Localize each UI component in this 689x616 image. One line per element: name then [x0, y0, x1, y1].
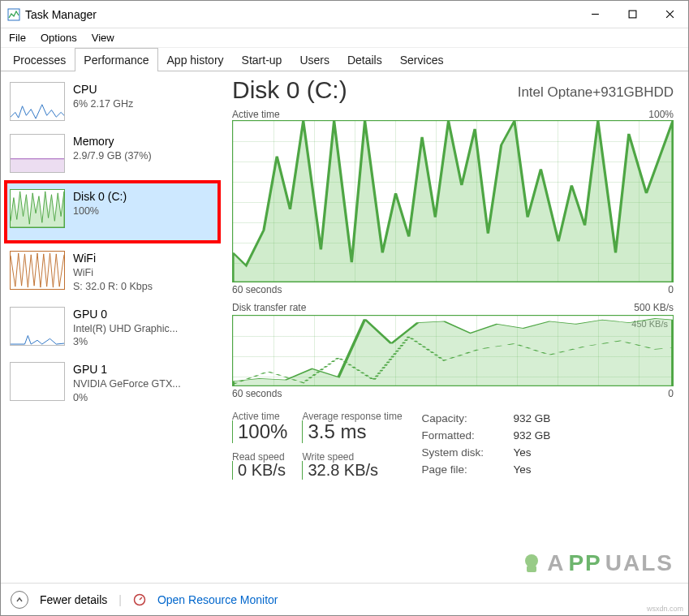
main-pane: Disk 0 (C:) Intel Optane+931GBHDD Active…: [224, 71, 688, 583]
menu-options[interactable]: Options: [41, 32, 77, 44]
tab-startup[interactable]: Start-up: [233, 48, 291, 71]
fewer-details-button[interactable]: Fewer details: [40, 593, 107, 606]
menu-file[interactable]: File: [9, 32, 26, 44]
tabbar: Processes Performance App history Start-…: [1, 48, 688, 71]
stat-value: 0 KB/s: [238, 461, 286, 479]
disk-info-table: Capacity:932 GB Formatted:932 GB System …: [422, 411, 551, 480]
chevron-up-icon[interactable]: [11, 591, 28, 609]
memory-thumb: [10, 134, 65, 173]
sidebar-item-sub: 6% 2.17 GHz: [73, 97, 133, 111]
sidebar-item-label: CPU: [73, 82, 133, 97]
watermark-logo: APPUALS: [519, 550, 674, 576]
svg-marker-7: [233, 121, 673, 282]
tab-details[interactable]: Details: [338, 48, 391, 71]
resmon-icon: [133, 593, 146, 606]
kv-key: Page file:: [422, 462, 499, 479]
menubar: File Options View: [1, 28, 688, 48]
sidebar-item-memory[interactable]: Memory 2.9/7.9 GB (37%): [6, 130, 219, 177]
footer: Fewer details | Open Resource Monitor: [1, 583, 688, 615]
chart1-footer-right: 0: [668, 284, 674, 295]
stat-value: 3.5 ms: [308, 420, 366, 442]
close-button[interactable]: [651, 1, 688, 28]
maximize-button[interactable]: [614, 1, 651, 28]
sidebar-item-sub: Intel(R) UHD Graphic...: [73, 322, 178, 336]
page-title: Disk 0 (C:): [232, 76, 347, 104]
kv-val: 932 GB: [514, 411, 551, 428]
stat-value: 32.8 KB/s: [308, 461, 378, 479]
svg-rect-12: [527, 566, 536, 572]
disk-thumb: [10, 189, 65, 228]
chart1-label-right: 100%: [648, 109, 674, 120]
sidebar-item-sub: WiFi: [73, 266, 153, 280]
sidebar-item-sub: 100%: [73, 205, 127, 218]
svg-rect-2: [629, 11, 636, 18]
sidebar-item-cpu[interactable]: CPU 6% 2.17 GHz: [6, 78, 219, 125]
window-title: Task Manager: [25, 8, 97, 21]
content-area: CPU 6% 2.17 GHz Memory 2.9/7.9 GB (37%): [1, 71, 688, 583]
tab-users[interactable]: Users: [291, 48, 338, 71]
kv-key: Capacity:: [422, 411, 499, 428]
kv-key: Formatted:: [422, 428, 499, 445]
sidebar-item-sub: 2.9/7.9 GB (37%): [73, 149, 152, 163]
sidebar-item-label: GPU 1: [73, 362, 181, 377]
sidebar-item-disk0[interactable]: Disk 0 (C:) 100%: [6, 182, 219, 242]
svg-line-10: [140, 597, 142, 600]
chart1-label-left: Active time: [232, 109, 280, 120]
open-resmon-link[interactable]: Open Resource Monitor: [157, 593, 278, 606]
chart2-footer-left: 60 seconds: [232, 388, 282, 399]
titlebar: Task Manager: [1, 1, 688, 28]
kv-val: Yes: [514, 445, 532, 462]
chart2-label-left: Disk transfer rate: [232, 302, 306, 313]
kv-key: System disk:: [422, 445, 499, 462]
chart1-footer-left: 60 seconds: [232, 284, 282, 295]
cpu-thumb: [10, 82, 65, 121]
svg-marker-8: [233, 318, 673, 386]
task-manager-window: Task Manager File Options View Processes…: [0, 0, 689, 616]
kv-val: 932 GB: [514, 428, 551, 445]
taskmgr-icon: [7, 8, 20, 21]
sidebar-item-label: Memory: [73, 134, 152, 149]
tab-processes[interactable]: Processes: [4, 48, 75, 71]
tab-app-history[interactable]: App history: [158, 48, 233, 71]
kv-val: Yes: [514, 462, 532, 479]
perf-sidebar: CPU 6% 2.17 GHz Memory 2.9/7.9 GB (37%): [1, 71, 224, 583]
credit-text: wsxdn.com: [647, 605, 683, 613]
wifi-thumb: [10, 251, 65, 290]
sidebar-item-sub: NVIDIA GeForce GTX...: [73, 377, 181, 391]
sidebar-item-label: Disk 0 (C:): [73, 189, 127, 205]
svg-point-11: [525, 554, 538, 567]
transfer-rate-chart: 450 KB/s: [232, 315, 674, 386]
chart2-label-right: 500 KB/s: [634, 302, 674, 313]
sidebar-item-gpu0[interactable]: GPU 0 Intel(R) UHD Graphic... 3%: [6, 303, 219, 354]
gpu1-thumb: [10, 362, 65, 401]
sidebar-item-label: WiFi: [73, 251, 153, 266]
chart2-footer-right: 0: [668, 388, 674, 399]
gpu0-thumb: [10, 307, 65, 346]
minimize-button[interactable]: [576, 1, 614, 28]
sidebar-item-sub2: 3%: [73, 335, 178, 349]
sidebar-item-gpu1[interactable]: GPU 1 NVIDIA GeForce GTX... 0%: [6, 358, 219, 409]
sidebar-item-wifi[interactable]: WiFi WiFi S: 32.0 R: 0 Kbps: [6, 247, 219, 298]
sidebar-item-sub2: 0%: [73, 391, 181, 405]
menu-view[interactable]: View: [92, 32, 114, 44]
sidebar-item-sub2: S: 32.0 R: 0 Kbps: [73, 280, 153, 294]
active-time-chart: [232, 120, 674, 282]
tab-performance[interactable]: Performance: [75, 48, 157, 71]
svg-rect-5: [11, 159, 64, 172]
stats-row: Active time 100% Read speed 0 KB/s Avera…: [232, 411, 674, 480]
tab-services[interactable]: Services: [391, 48, 453, 71]
sidebar-item-label: GPU 0: [73, 307, 178, 322]
device-name: Intel Optane+931GBHDD: [518, 84, 674, 104]
stat-value: 100%: [238, 420, 287, 442]
